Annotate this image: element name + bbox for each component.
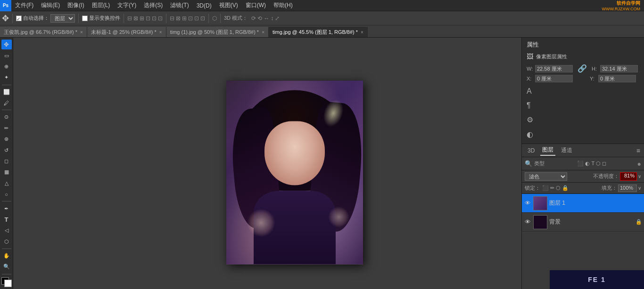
menu-3d[interactable]: 3D(D) [193,0,215,11]
tab-1[interactable]: 未标题-1 @ 25% (RGB/8#) * × [87,27,166,37]
menu-edit[interactable]: 编辑(E) [37,0,64,11]
tab-3[interactable]: timg.jpg @ 45.5% (图层 1, RGB/8#) * × [269,27,368,37]
paragraph-icon[interactable]: ¶ [527,101,639,110]
filter-px-btn[interactable]: ⬛ [577,161,584,167]
align-left-icon[interactable]: ⊟ [127,15,132,22]
dist-bottom-icon[interactable]: ⊡ [200,15,205,22]
layer-0-visibility[interactable]: 👁 [524,200,531,207]
tool-blur[interactable]: △ [1,178,12,188]
tool-eraser[interactable]: ◻ [1,156,12,166]
dist-left-icon[interactable]: ⊟ [170,15,174,22]
filter-type-btn[interactable]: T [591,161,594,167]
menu-help[interactable]: 帮助(H) [270,0,297,11]
lock-label: 锁定： [525,185,540,192]
filter-toggle[interactable]: ● [637,160,641,168]
background-color[interactable] [4,280,12,287]
lock-pixels-btn[interactable]: ⬛ [542,185,549,191]
tool-shape[interactable]: ⬡ [1,237,12,247]
dist-top-icon[interactable]: ⊡ [188,15,193,22]
3d-orbit-icon[interactable]: ⟲ [257,15,262,22]
align-center-icon[interactable]: ⊠ [133,15,138,22]
layer-select-dropdown[interactable]: 图层 [50,14,75,23]
right-panel: 属性 🖼 像素图层属性 W: 22.58 厘米 🔗 H: 32.14 厘米 X: [521,38,644,289]
tool-dodge[interactable]: ○ [1,189,12,199]
layer-1-visibility[interactable]: 👁 [524,218,531,225]
tool-gradient[interactable]: ▦ [1,167,12,177]
tool-zoom[interactable]: 🔍 [1,262,12,272]
align-top-icon[interactable]: ⊡ [146,15,150,22]
blend-mode-dropdown[interactable]: 滤色 [525,172,567,181]
tool-lasso[interactable]: ⊕ [1,62,12,72]
layers-expand-icon[interactable]: ≡ [636,147,640,154]
align-bottom-icon[interactable]: ⊡ [158,15,163,22]
menu-view[interactable]: 视图(V) [215,0,242,11]
menu-file[interactable]: 文件(F) [11,0,37,11]
fill-chevron[interactable]: ∨ [638,185,641,191]
menu-filter[interactable]: 滤镜(T) [166,0,192,11]
tab-2-close[interactable]: × [262,30,264,35]
3d-scale-icon[interactable]: ⤢ [275,15,280,22]
lock-all-btn[interactable]: 🔒 [562,185,569,191]
dist-center-icon[interactable]: ⊠ [176,15,181,22]
tab-1-close[interactable]: × [159,30,162,35]
color-picker[interactable] [1,277,12,287]
opacity-value[interactable]: 81% [620,172,637,181]
3d-pan-icon[interactable]: ↔ [264,15,269,22]
tab-0-close[interactable]: × [80,30,83,35]
menu-select[interactable]: 选择(S) [140,0,166,11]
mask-icon[interactable]: ◐ [527,130,639,139]
opacity-chevron[interactable]: ∨ [638,174,641,179]
fill-value[interactable]: 100% [618,185,637,192]
x-value[interactable]: 0 厘米 [535,75,573,82]
dist-mid-icon[interactable]: ⊡ [194,15,199,22]
tab-layers[interactable]: 图层 [540,145,555,156]
menu-layer[interactable]: 图层(L) [88,0,114,11]
tool-hand[interactable]: ✋ [1,251,12,261]
lock-position-btn[interactable]: ✏ [550,185,554,191]
tab-3-close[interactable]: × [361,30,363,35]
filter-shape-btn[interactable]: ⬡ [596,161,601,167]
link-icon[interactable]: 🔗 [578,64,587,73]
filter-smart-btn[interactable]: ◻ [602,161,606,167]
tool-pen[interactable]: ✒ [1,203,12,213]
tab-3d[interactable]: 3D [526,146,537,155]
width-value[interactable]: 22.58 厘米 [535,65,573,72]
tab-channels[interactable]: 通道 [559,145,574,155]
layer-item-1[interactable]: 👁 背景 🔒 [522,213,644,232]
tab-0[interactable]: 王俊凯.jpg @ 66.7% (RGB/8#) * × [0,27,87,37]
align-right-icon[interactable]: ⊞ [140,15,144,22]
tool-heal[interactable]: ⊙ [1,112,12,122]
tool-move[interactable]: ✥ [1,40,12,49]
tool-clone[interactable]: ⊛ [1,134,12,144]
type-tool-icon[interactable]: A [527,87,639,96]
dist-right-icon[interactable]: ⊞ [182,15,187,22]
move-tool-icon[interactable]: ✥ [2,13,9,24]
align-mid-icon[interactable]: ⊡ [152,15,157,22]
lock-artboard-btn[interactable]: ⬡ [556,185,561,191]
filter-adj-btn[interactable]: ◐ [585,161,590,167]
height-value[interactable]: 32.14 厘米 [600,65,638,72]
tool-crop[interactable]: ⬜ [1,87,12,97]
menubar: Ps 文件(F) 编辑(E) 图像(I) 图层(L) 文字(Y) 选择(S) 滤… [0,0,644,11]
menu-window[interactable]: 窗口(W) [242,0,270,11]
canvas-area[interactable] [13,38,521,289]
tool-type[interactable]: T [1,215,12,225]
y-value[interactable]: 0 厘米 [598,75,636,82]
tab-2[interactable]: timg (1).jpg @ 50% (图层 1, RGB/8#) * × [166,27,269,37]
adjust-icon[interactable]: ⚙ [527,115,639,124]
tool-path-select[interactable]: ◁ [1,225,12,235]
transform-checkbox[interactable] [82,16,88,21]
auto-select-checkbox[interactable] [16,16,22,21]
layer-item-0[interactable]: 👁 图层 1 [522,194,644,213]
menu-type[interactable]: 文字(Y) [114,0,140,11]
tool-eyedropper[interactable]: 🖊 [1,98,12,108]
menu-image[interactable]: 图像(I) [64,0,88,11]
auto-align-icon[interactable]: ⬡ [212,15,217,22]
tool-magic-wand[interactable]: ✦ [1,72,12,82]
tool-brush[interactable]: ✏ [1,123,12,133]
3d-rotate-icon[interactable]: ⟳ [251,15,256,22]
3d-slide-icon[interactable]: ↕ [271,15,273,22]
layer-0-thumbnail [533,196,547,210]
tool-history[interactable]: ↺ [1,145,12,155]
tool-select-rect[interactable]: ▭ [1,50,12,60]
